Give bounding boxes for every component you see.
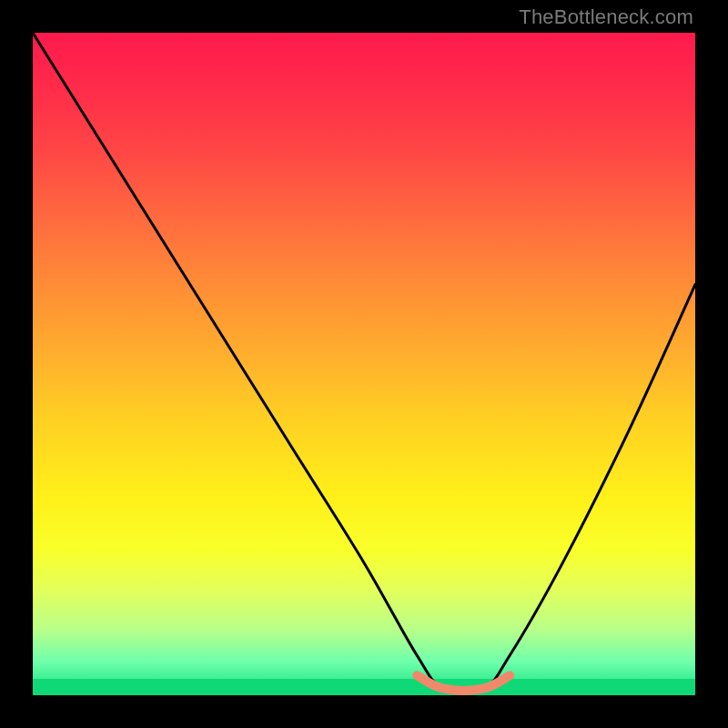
curve-layer xyxy=(33,33,695,695)
bottleneck-curve-path xyxy=(33,33,695,693)
plot-area xyxy=(33,33,695,695)
watermark-text: TheBottleneck.com xyxy=(519,5,693,29)
chart-frame xyxy=(33,33,695,695)
